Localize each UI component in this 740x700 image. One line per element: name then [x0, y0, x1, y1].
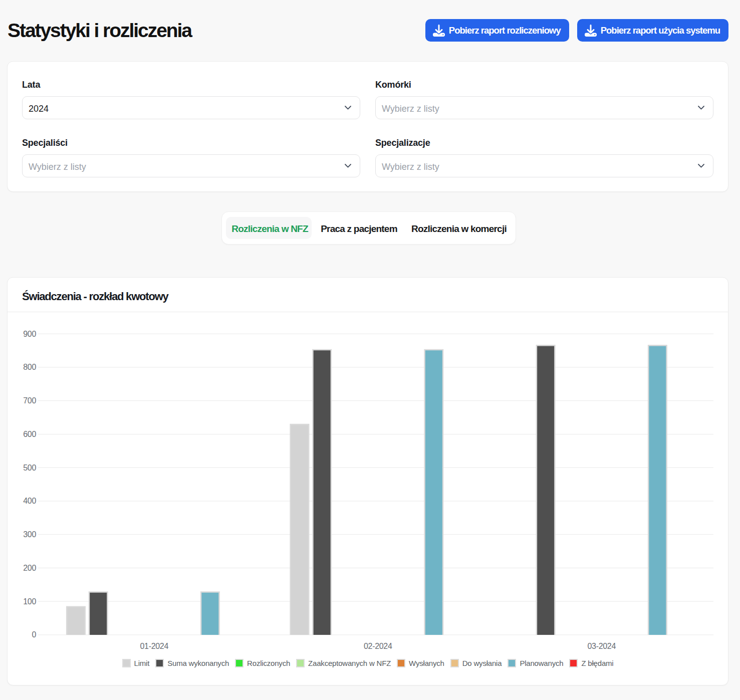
svg-text:300: 300 — [23, 530, 36, 539]
svg-text:200: 200 — [23, 564, 36, 572]
svg-text:03-2024: 03-2024 — [587, 642, 616, 650]
svg-text:02-2024: 02-2024 — [364, 642, 392, 650]
svg-text:600: 600 — [23, 430, 36, 438]
svg-text:700: 700 — [23, 396, 36, 405]
svg-text:800: 800 — [23, 363, 36, 371]
svg-text:0: 0 — [32, 630, 36, 639]
svg-text:500: 500 — [23, 463, 36, 472]
svg-text:900: 900 — [23, 330, 36, 338]
svg-text:100: 100 — [23, 597, 36, 606]
svg-text:400: 400 — [23, 497, 36, 505]
svg-text:01-2024: 01-2024 — [140, 642, 168, 650]
